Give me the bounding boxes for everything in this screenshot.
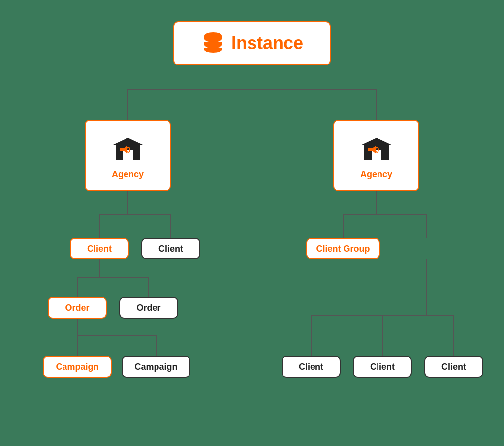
- client-right-2-label: Client: [370, 362, 395, 372]
- svg-point-27: [204, 35, 222, 42]
- order-left-1-label: Order: [65, 303, 89, 313]
- svg-rect-38: [368, 148, 372, 151]
- client-left-1-node: Client: [70, 238, 129, 259]
- instance-node: Instance: [173, 21, 331, 65]
- agency-left-icon: [111, 131, 145, 169]
- client-right-3-node: Client: [424, 356, 483, 378]
- campaign-left-2-label: Campaign: [134, 362, 177, 372]
- client-group-label: Client Group: [316, 244, 370, 254]
- order-left-2-node: Order: [119, 297, 178, 319]
- svg-point-31: [204, 47, 222, 53]
- order-left-1-node: Order: [48, 297, 107, 319]
- agency-left-node: Agency: [85, 120, 171, 191]
- campaign-left-1-node: Campaign: [43, 356, 112, 378]
- instance-label: Instance: [231, 33, 303, 54]
- client-right-1-node: Client: [282, 356, 341, 378]
- agency-right-label: Agency: [360, 169, 392, 180]
- agency-right-icon: [359, 131, 394, 169]
- order-left-2-label: Order: [136, 303, 160, 313]
- client-left-1-label: Client: [87, 244, 112, 254]
- hierarchy-diagram: Instance Agency: [16, 11, 488, 435]
- instance-inner: Instance: [201, 30, 303, 57]
- database-icon: [201, 30, 225, 57]
- client-left-2-label: Client: [158, 244, 183, 254]
- client-right-1-label: Client: [299, 362, 323, 372]
- agency-left-label: Agency: [112, 169, 144, 180]
- campaign-left-2-node: Campaign: [122, 356, 190, 378]
- client-group-node: Client Group: [306, 238, 380, 259]
- client-left-2-node: Client: [141, 238, 200, 259]
- client-right-2-node: Client: [353, 356, 412, 378]
- campaign-left-1-label: Campaign: [56, 362, 98, 372]
- svg-rect-34: [120, 148, 124, 151]
- client-right-3-label: Client: [441, 362, 466, 372]
- agency-right-node: Agency: [333, 120, 419, 191]
